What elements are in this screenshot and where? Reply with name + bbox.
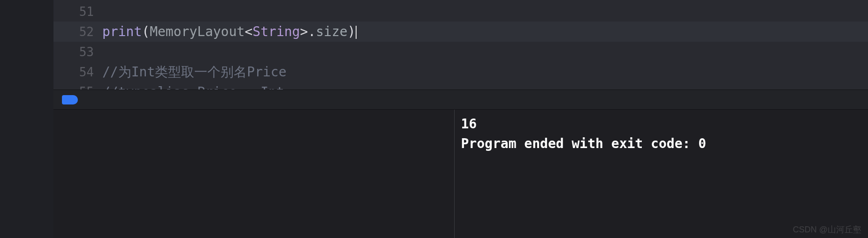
line-number: 54 — [53, 65, 102, 79]
token-lt: < — [244, 24, 252, 39]
ide-window: 50 //print(obj1 + 1) 51 52 print(MemoryL… — [0, 0, 868, 238]
code-text[interactable]: print(MemoryLayout<String>.size) — [102, 24, 868, 39]
line-number: 55 — [53, 82, 102, 89]
line-number: 53 — [53, 45, 102, 59]
code-text[interactable]: //typealias Price = Int — [102, 82, 868, 89]
output-line: 16 — [461, 116, 477, 132]
token-paren-open: ( — [142, 24, 150, 39]
code-row: 53 — [53, 42, 868, 62]
code-row-partial-top: 50 //print(obj1 + 1) — [53, 0, 868, 1]
execution-marker-icon[interactable] — [62, 95, 78, 104]
comment-text: //typealias Price = Int — [102, 84, 284, 89]
token-property: size — [316, 24, 347, 39]
text-cursor — [356, 26, 357, 39]
main-area: 50 //print(obj1 + 1) 51 52 print(MemoryL… — [53, 0, 868, 238]
token-dot: . — [308, 24, 316, 39]
console-output[interactable]: 16 Program ended with exit code: 0 — [455, 110, 868, 238]
code-row: 54 //为Int类型取一个别名Price — [53, 62, 868, 82]
left-gutter-margin — [0, 0, 53, 238]
variables-view[interactable] — [53, 110, 455, 238]
token-identifier: MemoryLayout — [150, 24, 244, 39]
line-number: 51 — [53, 5, 102, 19]
token-paren-close: ) — [348, 24, 356, 39]
debug-toolbar — [53, 89, 868, 109]
line-number: 52 — [53, 25, 102, 39]
console-panel: 16 Program ended with exit code: 0 — [53, 109, 868, 238]
code-row-partial-bottom: 55 //typealias Price = Int — [53, 82, 868, 89]
code-row-current: 52 print(MemoryLayout<String>.size) — [53, 22, 868, 42]
token-func: print — [102, 24, 142, 39]
code-text[interactable]: //为Int类型取一个别名Price — [102, 63, 868, 81]
token-type: String — [252, 24, 300, 39]
comment-text: //为Int类型取一个别名Price — [102, 64, 287, 80]
token-gt: > — [300, 24, 308, 39]
code-row: 51 — [53, 1, 868, 22]
output-line: Program ended with exit code: 0 — [461, 136, 707, 151]
code-editor[interactable]: 50 //print(obj1 + 1) 51 52 print(MemoryL… — [53, 0, 868, 89]
